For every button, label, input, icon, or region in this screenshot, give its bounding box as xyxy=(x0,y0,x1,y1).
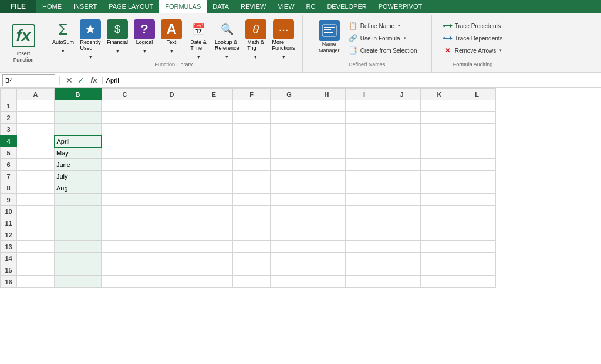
cell-G4[interactable] xyxy=(271,135,308,147)
cell-A2[interactable] xyxy=(17,112,55,124)
cell-A1[interactable] xyxy=(17,100,55,112)
cell-H6[interactable] xyxy=(308,159,346,171)
cell-B2[interactable] xyxy=(55,112,102,124)
cell-A16[interactable] xyxy=(17,276,55,288)
cell-I9[interactable] xyxy=(346,194,383,206)
cell-D6[interactable] xyxy=(148,159,195,171)
cell-I12[interactable] xyxy=(346,229,383,241)
cell-B11[interactable] xyxy=(55,217,102,229)
cell-G3[interactable] xyxy=(271,124,308,135)
cell-G1[interactable] xyxy=(271,100,308,112)
row-header-13[interactable]: 13 xyxy=(1,241,17,253)
row-header-8[interactable]: 8 xyxy=(1,182,17,194)
col-header-C[interactable]: C xyxy=(102,89,148,100)
cell-J3[interactable] xyxy=(383,124,421,135)
cell-L12[interactable] xyxy=(458,229,496,241)
cell-G13[interactable] xyxy=(271,241,308,253)
cell-D5[interactable] xyxy=(148,147,195,159)
cell-B15[interactable] xyxy=(55,264,102,276)
cell-E3[interactable] xyxy=(195,124,233,135)
text-button[interactable]: A Text ▾ xyxy=(158,18,184,55)
cell-E2[interactable] xyxy=(195,112,233,124)
cell-J5[interactable] xyxy=(383,147,421,159)
cell-E7[interactable] xyxy=(195,171,233,182)
cell-I16[interactable] xyxy=(346,276,383,288)
cell-J15[interactable] xyxy=(383,264,421,276)
row-header-3[interactable]: 3 xyxy=(1,124,17,135)
cell-B6[interactable]: June xyxy=(55,159,102,171)
cell-L7[interactable] xyxy=(458,171,496,182)
cell-G14[interactable] xyxy=(271,253,308,264)
cell-D15[interactable] xyxy=(148,264,195,276)
cell-D9[interactable] xyxy=(148,194,195,206)
cell-F11[interactable] xyxy=(233,217,271,229)
cell-D4[interactable] xyxy=(148,135,195,147)
create-from-selection-button[interactable]: 📑 Create from Selection xyxy=(346,45,420,56)
cell-G5[interactable] xyxy=(271,147,308,159)
row-header-9[interactable]: 9 xyxy=(1,194,17,206)
cell-K12[interactable] xyxy=(421,229,458,241)
cell-H14[interactable] xyxy=(308,253,346,264)
cell-L5[interactable] xyxy=(458,147,496,159)
cell-J6[interactable] xyxy=(383,159,421,171)
row-header-7[interactable]: 7 xyxy=(1,171,17,182)
cell-I2[interactable] xyxy=(346,112,383,124)
cell-G6[interactable] xyxy=(271,159,308,171)
cell-K6[interactable] xyxy=(421,159,458,171)
cell-F1[interactable] xyxy=(233,100,271,112)
cell-G12[interactable] xyxy=(271,229,308,241)
cell-D2[interactable] xyxy=(148,112,195,124)
cell-C4[interactable] xyxy=(102,135,148,147)
col-header-B[interactable]: B xyxy=(55,89,102,100)
cell-I13[interactable] xyxy=(346,241,383,253)
cell-I15[interactable] xyxy=(346,264,383,276)
cell-F15[interactable] xyxy=(233,264,271,276)
cell-F4[interactable] xyxy=(233,135,271,147)
row-header-4[interactable]: 4 xyxy=(1,135,17,147)
insert-function-button[interactable]: fx InsertFunction xyxy=(8,22,39,66)
col-header-I[interactable]: I xyxy=(346,89,383,100)
recently-used-button[interactable]: ★ RecentlyUsed ▾ xyxy=(77,18,103,60)
cell-B1[interactable] xyxy=(55,100,102,112)
cell-A6[interactable] xyxy=(17,159,55,171)
cell-G15[interactable] xyxy=(271,264,308,276)
cell-J9[interactable] xyxy=(383,194,421,206)
cell-G2[interactable] xyxy=(271,112,308,124)
cell-L13[interactable] xyxy=(458,241,496,253)
cell-I7[interactable] xyxy=(346,171,383,182)
cell-L11[interactable] xyxy=(458,217,496,229)
cell-K8[interactable] xyxy=(421,182,458,194)
cell-E14[interactable] xyxy=(195,253,233,264)
cell-C1[interactable] xyxy=(102,100,148,112)
cell-C2[interactable] xyxy=(102,112,148,124)
cell-D11[interactable] xyxy=(148,217,195,229)
cell-H5[interactable] xyxy=(308,147,346,159)
cell-C9[interactable] xyxy=(102,194,148,206)
cancel-formula-icon[interactable]: ✕ xyxy=(65,76,74,85)
menu-home[interactable]: HOME xyxy=(36,0,67,13)
cell-J8[interactable] xyxy=(383,182,421,194)
cell-D3[interactable] xyxy=(148,124,195,135)
cell-F3[interactable] xyxy=(233,124,271,135)
menu-data[interactable]: DATA xyxy=(207,0,235,13)
cell-I8[interactable] xyxy=(346,182,383,194)
cell-E13[interactable] xyxy=(195,241,233,253)
cell-A15[interactable] xyxy=(17,264,55,276)
cell-L6[interactable] xyxy=(458,159,496,171)
name-box[interactable] xyxy=(2,74,55,86)
date-time-button[interactable]: 📅 Date &Time ▾ xyxy=(185,18,211,60)
menu-insert[interactable]: INSERT xyxy=(67,0,103,13)
row-header-12[interactable]: 12 xyxy=(1,229,17,241)
trace-precedents-button[interactable]: Trace Precedents xyxy=(441,20,505,32)
cell-B8[interactable]: Aug xyxy=(55,182,102,194)
cell-D10[interactable] xyxy=(148,206,195,217)
cell-B13[interactable] xyxy=(55,241,102,253)
logical-button[interactable]: ? Logical ▾ xyxy=(131,18,157,55)
cell-K9[interactable] xyxy=(421,194,458,206)
row-header-6[interactable]: 6 xyxy=(1,159,17,171)
cell-F2[interactable] xyxy=(233,112,271,124)
more-functions-button[interactable]: ··· MoreFunctions ▾ xyxy=(270,18,298,60)
cell-E9[interactable] xyxy=(195,194,233,206)
cell-E8[interactable] xyxy=(195,182,233,194)
cell-J14[interactable] xyxy=(383,253,421,264)
